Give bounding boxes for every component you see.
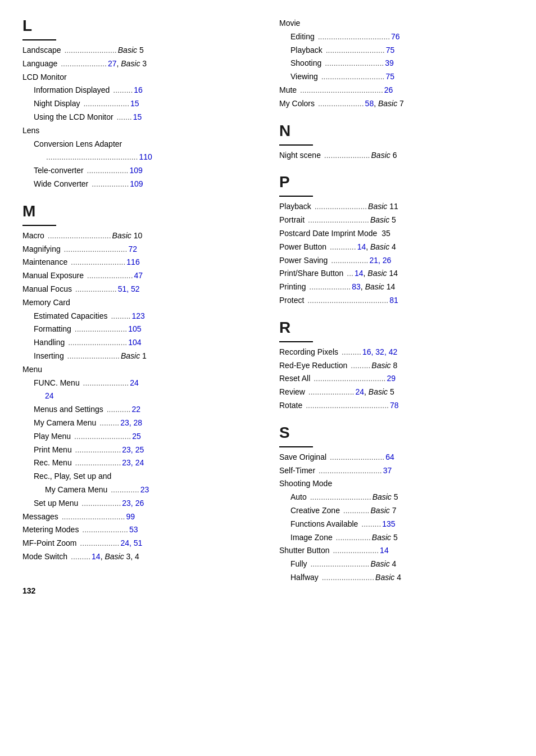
right-column: Movie Editing ..........................… (268, 17, 514, 595)
list-item: Playback ...........................75 (279, 44, 514, 57)
list-item: Set up Menu ..................23, 26 (22, 497, 257, 510)
list-item: Rotate .................................… (279, 399, 514, 413)
list-item: Mode Switch .........14, Basic 3, 4 (22, 550, 257, 564)
list-item: Editing ................................… (279, 30, 514, 44)
list-item: Power Saving .................21, 26 (279, 254, 514, 268)
list-item: Conversion Lens Adapter (22, 138, 257, 151)
list-item: Tele-converter ...................109 (22, 164, 257, 178)
list-item: Image Zone ................Basic 5 (279, 531, 514, 545)
list-item: Landscape ........................Basic … (22, 44, 257, 57)
list-item: My Camera Menu .........23, 28 (22, 417, 257, 430)
section-header-L: L (22, 17, 257, 35)
list-item: Power Button ............14, Basic 4 (279, 241, 514, 254)
list-item: Estimated Capacities .........123 (22, 310, 257, 323)
list-item: Metering Modes .....................53 (22, 523, 257, 537)
section-P: P Playback ........................Basic… (279, 173, 514, 307)
list-item: Viewing .............................75 (279, 70, 514, 84)
list-item: Creative Zone ............Basic 7 (279, 504, 514, 518)
left-column: L Landscape ........................Basi… (22, 17, 268, 595)
list-item: Night scene .....................Basic 6 (279, 149, 514, 162)
section-L: L Landscape ........................Basi… (22, 17, 257, 191)
list-item: Menus and Settings ...........22 (22, 403, 257, 417)
section-M: M Macro .............................Bas… (22, 202, 257, 564)
page-number: 132 (22, 586, 257, 595)
list-item: Maintenance .........................116 (22, 256, 257, 269)
list-item: Rec., Play, Set up and (22, 470, 257, 483)
list-item: Memory Card (22, 296, 257, 310)
list-item: Printing ...................83, Basic 14 (279, 280, 514, 294)
section-N: N Night scene .....................Basic… (279, 122, 514, 162)
list-item: Using the LCD Monitor .......15 (22, 111, 257, 124)
list-item: Recording Pixels .........16, 32, 42 (279, 346, 514, 359)
section-S: S Save Original ........................… (279, 424, 514, 585)
section-header-S: S (279, 424, 514, 442)
list-item: Print Menu .....................23, 25 (22, 443, 257, 457)
list-item: Macro .............................Basic… (22, 229, 257, 243)
list-item: Play Menu ..........................25 (22, 430, 257, 443)
list-item: Information Displayed .........16 (22, 84, 257, 97)
list-item: Self-Timer .............................… (279, 464, 514, 478)
list-item: Magnifying .............................… (22, 243, 257, 256)
list-item: Fully ...........................Basic 4 (279, 558, 514, 571)
list-item: LCD Monitor (22, 71, 257, 84)
section-movie: Movie Editing ..........................… (279, 17, 514, 111)
list-item: Wide Converter .................109 (22, 178, 257, 191)
list-item: Functions Available .........135 (279, 518, 514, 531)
list-item: Manual Exposure .....................47 (22, 269, 257, 283)
list-item: FUNC. Menu .....................24 (22, 377, 257, 390)
list-item: Playback ........................Basic 1… (279, 200, 514, 214)
list-item: Shooting Mode (279, 477, 514, 491)
list-item: Shutter Button .....................14 (279, 544, 514, 558)
list-item: Postcard Date Imprint Mode 35 (279, 227, 514, 241)
section-header-M: M (22, 202, 257, 220)
section-header-R: R (279, 319, 514, 337)
list-item: Shooting ...........................39 (279, 57, 514, 70)
list-item: Auto ............................Basic 5 (279, 491, 514, 504)
list-item: Portrait ............................Bas… (279, 214, 514, 227)
list-item: Protect ................................… (279, 294, 514, 307)
list-item: Reset All ..............................… (279, 372, 514, 386)
list-item: Manual Focus ...................51, 52 (22, 283, 257, 296)
list-item: ........................................… (22, 151, 257, 164)
section-header-N: N (279, 122, 514, 140)
section-header-P: P (279, 173, 514, 191)
list-item: Halfway ........................Basic 4 (279, 571, 514, 585)
list-item: Menu (22, 363, 257, 377)
list-item: My Camera Menu .............23 (22, 483, 257, 497)
list-item: Print/Share Button ...14, Basic 14 (279, 267, 514, 280)
list-item: Handling ...........................104 (22, 336, 257, 350)
list-item: Red-Eye Reduction .........Basic 8 (279, 359, 514, 373)
section-R: R Recording Pixels .........16, 32, 42 R… (279, 319, 514, 413)
movie-label: Movie (279, 17, 514, 30)
list-item: Inserting ........................Basic … (22, 350, 257, 363)
list-item: 24 (22, 390, 257, 403)
list-item: Night Display .....................15 (22, 97, 257, 111)
list-item: Review .....................24, Basic 5 (279, 386, 514, 399)
list-item: Mute ...................................… (279, 84, 514, 97)
list-item: Formatting ........................105 (22, 323, 257, 336)
list-item: Save Original .........................6… (279, 451, 514, 464)
list-item: My Colors .....................58, Basic… (279, 97, 514, 111)
list-item: Rec. Menu .....................23, 24 (22, 456, 257, 470)
list-item: Language .....................27, Basic … (22, 57, 257, 71)
list-item: MF-Point Zoom ..................24, 51 (22, 537, 257, 550)
list-item: Lens (22, 124, 257, 138)
list-item: Messages .............................99 (22, 510, 257, 524)
